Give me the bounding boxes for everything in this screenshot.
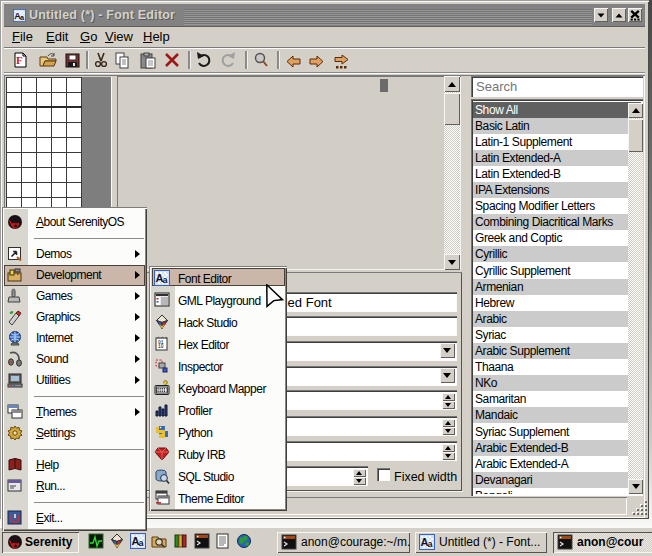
svg-text:10: 10 — [158, 344, 164, 349]
svg-text:F: F — [16, 54, 23, 66]
